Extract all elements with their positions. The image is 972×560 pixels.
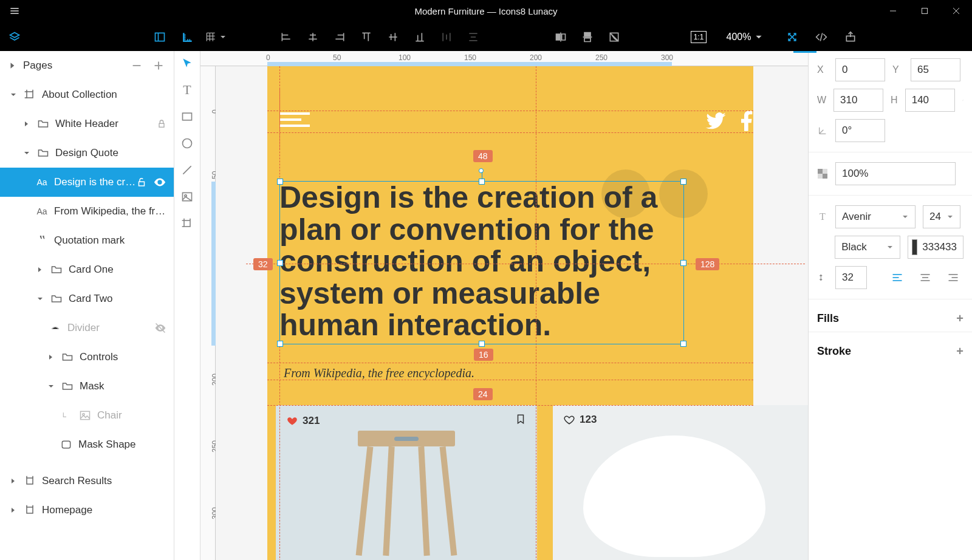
- layer-homepage[interactable]: Homepage: [0, 496, 174, 525]
- selection-box[interactable]: [279, 181, 684, 344]
- minimize-button[interactable]: [877, 0, 909, 22]
- maximize-button[interactable]: [909, 0, 940, 22]
- layer-controls[interactable]: Controls: [0, 343, 174, 372]
- mask-child-icon: [62, 411, 70, 420]
- canvas-viewport[interactable]: 0 50 100 150 200 250 300 0 50 100 150 20…: [200, 51, 808, 560]
- ruler-tick: 200: [530, 53, 542, 62]
- align-left-button[interactable]: [273, 31, 299, 43]
- tool-column: T: [174, 51, 200, 560]
- hamburger-menu-button[interactable]: [0, 5, 29, 17]
- text-align-center-button[interactable]: [915, 269, 936, 286]
- rect-tool[interactable]: [180, 109, 194, 124]
- unlock-icon[interactable]: [136, 177, 147, 188]
- lineheight-row: [817, 266, 963, 289]
- layer-wikipedia-text[interactable]: Aa From Wikipedia, the free…: [0, 197, 174, 226]
- align-right-button[interactable]: [326, 31, 353, 43]
- flip-v-button[interactable]: [574, 31, 601, 43]
- mask-button[interactable]: [601, 31, 628, 43]
- layer-card-two[interactable]: Card Two: [0, 284, 174, 313]
- line-tool[interactable]: [180, 163, 194, 177]
- layer-divider[interactable]: Divider: [0, 313, 174, 343]
- card-one[interactable]: 321: [276, 405, 537, 560]
- add-stroke-button[interactable]: +: [956, 344, 963, 358]
- image-icon: [79, 409, 91, 422]
- font-row: T Avenir 24: [817, 205, 963, 228]
- hidden-icon[interactable]: [154, 322, 166, 334]
- layer-label: Chair: [97, 409, 166, 422]
- layer-label: Card One: [69, 264, 166, 276]
- fills-section[interactable]: Fills+: [817, 312, 963, 326]
- text-tool[interactable]: T: [180, 83, 194, 97]
- pages-header[interactable]: Pages: [0, 51, 174, 80]
- rotation-input[interactable]: [835, 119, 885, 142]
- w-input[interactable]: [833, 89, 883, 112]
- distribute-v-button[interactable]: [460, 31, 487, 43]
- close-button[interactable]: [940, 0, 972, 22]
- h-input[interactable]: [905, 89, 955, 112]
- image-tool[interactable]: [180, 190, 194, 204]
- measure-right: 128: [696, 258, 719, 270]
- stroke-section[interactable]: Stroke+: [817, 344, 963, 358]
- y-label: Y: [892, 64, 903, 75]
- layer-about-collection[interactable]: About Collection: [0, 80, 174, 109]
- text-layer-icon: Aa: [36, 177, 47, 187]
- quote-source-text[interactable]: From Wikipedia, the free encyclopedia.: [284, 366, 474, 380]
- flip-h-button[interactable]: [547, 31, 574, 43]
- typography-icon: T: [817, 211, 828, 222]
- svg-rect-63: [159, 123, 164, 127]
- font-color-input[interactable]: 333433: [908, 236, 963, 259]
- select-tool[interactable]: [180, 56, 194, 70]
- grid-toggle-button[interactable]: [201, 31, 230, 43]
- opacity-input[interactable]: [835, 162, 956, 185]
- card-two[interactable]: 123: [553, 405, 808, 560]
- ellipse-tool[interactable]: [180, 136, 194, 151]
- ruler-tick: 50: [333, 53, 341, 62]
- layer-white-header[interactable]: White Header: [0, 109, 174, 138]
- panel-toggle-button[interactable]: [145, 31, 174, 43]
- layer-search-results[interactable]: Search Results: [0, 466, 174, 496]
- font-weight-select[interactable]: Black: [835, 236, 900, 259]
- canvas[interactable]: Design is the creation of a plan or conv…: [216, 66, 808, 560]
- artboard-tool[interactable]: [180, 216, 194, 231]
- add-page-icon[interactable]: [152, 59, 165, 72]
- svg-point-76: [183, 139, 192, 148]
- actual-size-button[interactable]: 1:1: [685, 31, 712, 43]
- zoom-dropdown[interactable]: 400%: [712, 32, 773, 43]
- remove-page-icon[interactable]: [130, 59, 143, 72]
- heart-filled-icon: [287, 415, 298, 426]
- add-fill-button[interactable]: +: [956, 312, 963, 326]
- visible-icon[interactable]: [153, 176, 166, 189]
- ruler-toggle-button[interactable]: [174, 31, 201, 43]
- align-bottom-button[interactable]: [406, 31, 433, 43]
- align-hcenter-button[interactable]: [299, 31, 326, 43]
- layer-card-one[interactable]: Card One: [0, 255, 174, 284]
- layer-mask-shape[interactable]: Mask Shape: [0, 430, 174, 459]
- weight-row: Black 333433: [817, 236, 963, 259]
- layer-quotation-mark[interactable]: ‟ Quotation mark: [0, 226, 174, 255]
- text-align-left-button[interactable]: [887, 269, 908, 286]
- layer-design-quote[interactable]: Design Quote: [0, 138, 174, 168]
- text-align-right-button[interactable]: [943, 269, 963, 286]
- layers-panel-button[interactable]: [0, 31, 29, 43]
- line-height-input[interactable]: [835, 266, 867, 289]
- layer-chair[interactable]: Chair: [0, 401, 174, 430]
- layer-design-text-selected[interactable]: Aa Design is the crea...: [0, 168, 174, 197]
- distribute-h-button[interactable]: [433, 31, 460, 43]
- font-size-select[interactable]: 24: [923, 205, 960, 228]
- y-input[interactable]: [911, 58, 960, 81]
- align-vcenter-button[interactable]: [380, 31, 406, 43]
- inspector-tab-button[interactable]: [778, 31, 807, 43]
- align-top-button[interactable]: [353, 31, 380, 43]
- layer-mask[interactable]: Mask: [0, 372, 174, 401]
- font-family-select[interactable]: Avenir: [835, 205, 916, 228]
- measure-gap2: 24: [473, 388, 493, 400]
- export-tab-button[interactable]: [836, 31, 865, 43]
- svg-rect-58: [27, 92, 33, 98]
- svg-line-52: [820, 33, 822, 41]
- code-tab-button[interactable]: [807, 31, 836, 43]
- svg-marker-50: [584, 38, 590, 41]
- x-input[interactable]: [835, 58, 885, 81]
- measure-gap1: 16: [474, 349, 493, 361]
- link-icon[interactable]: [962, 94, 963, 106]
- quote-icon: ‟: [39, 237, 46, 244]
